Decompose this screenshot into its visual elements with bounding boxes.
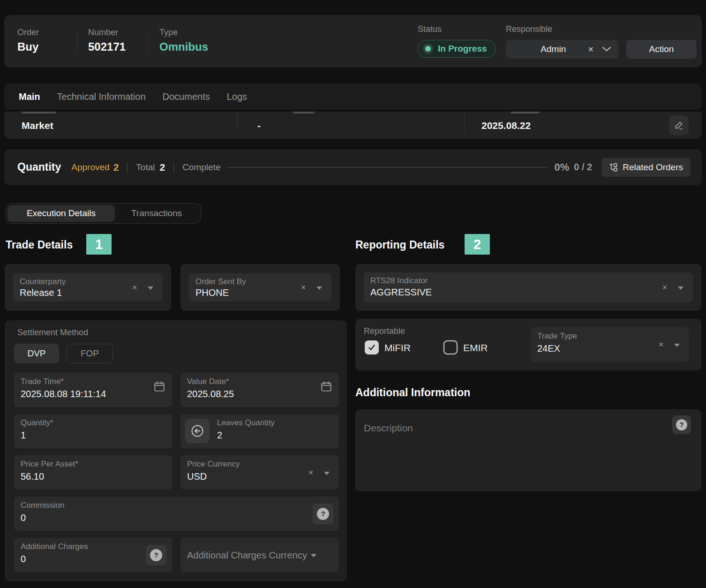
value-date-value: 2025.08.25	[187, 389, 332, 400]
trade-details-title: Trade Details	[6, 239, 73, 251]
order-sent-by-card: Order Sent By PHONE ✕	[180, 264, 340, 311]
rts28-indicator-select[interactable]: RTS28 Indicator AGGRESSIVE ✕	[364, 272, 693, 302]
clear-icon[interactable]: ✕	[300, 284, 306, 291]
commission-help-button[interactable]: ?	[313, 504, 333, 524]
order-side-group: Order Buy	[17, 28, 39, 53]
status-text: In Progress	[438, 44, 487, 54]
price-per-asset-label: Price Per Asset*	[21, 460, 165, 469]
action-button[interactable]: Action	[626, 40, 697, 59]
settlement-dvp-button[interactable]: DVP	[14, 344, 59, 363]
execution-details-panel: Settlement Method DVP FOP Trade Time* 20…	[5, 320, 347, 581]
quantity-title: Quantity	[17, 161, 61, 173]
arrow-left-circle-icon	[190, 424, 204, 438]
additional-charges-value: 0	[21, 554, 165, 565]
approved-value: 2	[113, 162, 119, 173]
column-divider	[464, 112, 465, 131]
price-per-asset-field[interactable]: Price Per Asset* 56.10	[14, 455, 172, 490]
edit-button[interactable]	[669, 115, 689, 135]
tab-logs[interactable]: Logs	[227, 91, 247, 102]
question-mark-icon: ?	[676, 419, 687, 430]
related-orders-button[interactable]: Related Orders	[601, 158, 691, 177]
complete-label: Complete	[182, 162, 220, 173]
summary-date-value: 2025.08.22	[481, 120, 531, 131]
chevron-down-icon[interactable]	[602, 47, 611, 52]
additional-charges-currency-select[interactable]: Additional Charges Currency	[180, 538, 339, 572]
order-type-label: Type	[159, 28, 208, 38]
order-kind-value: Market	[22, 120, 53, 131]
description-help-button[interactable]: ?	[672, 415, 691, 434]
description-textarea[interactable]: Description ?	[355, 409, 701, 491]
order-detail-screen: Order Buy Number 502171 Type Omnibus Sta…	[0, 0, 706, 588]
progress-ratio: 0 / 2	[574, 162, 592, 173]
progress-bar	[227, 167, 548, 168]
quantity-field[interactable]: Quantity* 1	[14, 414, 172, 448]
value-date-field[interactable]: Value Date* 2025.08.25	[180, 373, 339, 407]
clear-icon[interactable]: ✕	[588, 45, 594, 54]
progress-percent: 0%	[554, 161, 569, 173]
leaves-quantity-field: Leaves Quantity 2	[180, 414, 339, 448]
trade-time-field[interactable]: Trade Time* 2025.08.08 19:11:14	[14, 373, 172, 407]
clipped-label	[22, 112, 56, 113]
related-orders-label: Related Orders	[623, 162, 683, 173]
caret-down-icon[interactable]	[678, 286, 683, 290]
additional-charges-field[interactable]: Additional Charges 0 ?	[14, 538, 172, 572]
tab-technical-information[interactable]: Technical Information	[57, 91, 146, 102]
counterparty-select[interactable]: Counterparty Release 1 ✕	[13, 273, 163, 302]
price-currency-select[interactable]: Price Currency USD ✕	[180, 455, 339, 490]
trade-type-select[interactable]: Trade Type 24EX ✕	[531, 327, 689, 362]
order-type-group: Type Omnibus	[159, 28, 208, 53]
trade-time-label: Trade Time*	[21, 377, 165, 386]
calendar-icon[interactable]	[320, 380, 332, 392]
mifir-checkbox[interactable]	[365, 340, 379, 354]
header-divider	[77, 32, 77, 53]
quantity-summary-bar: Quantity Approved 2 Total 2 Complete 0% …	[4, 149, 702, 185]
description-placeholder: Description	[364, 422, 413, 434]
commission-field[interactable]: Commission 0 ?	[14, 497, 339, 531]
caret-down-icon[interactable]	[148, 286, 153, 290]
clear-icon[interactable]: ✕	[132, 284, 137, 291]
tab-documents[interactable]: Documents	[163, 91, 210, 102]
responsible-select[interactable]: Admin ✕	[506, 40, 618, 59]
summary-dash-value: -	[257, 120, 261, 131]
order-number-value: 502171	[88, 40, 126, 53]
caret-down-icon[interactable]	[311, 554, 316, 557]
view-toggle: Execution Details Transactions	[6, 203, 201, 224]
divider	[127, 162, 128, 173]
settlement-fop-button[interactable]: FOP	[67, 344, 113, 363]
order-header-card: Order Buy Number 502171 Type Omnibus Sta…	[4, 15, 702, 68]
order-type-value: Omnibus	[159, 40, 208, 53]
clear-icon[interactable]: ✕	[658, 341, 664, 348]
trade-type-label: Trade Type	[537, 332, 683, 341]
trade-details-step-badge: 1	[86, 234, 112, 255]
caret-down-icon[interactable]	[316, 286, 322, 290]
reporting-details-title: Reporting Details	[355, 239, 444, 251]
status-label: Status	[418, 24, 442, 34]
related-orders-icon	[609, 163, 618, 172]
transfer-quantity-button[interactable]	[185, 419, 210, 443]
rts28-card: RTS28 Indicator AGGRESSIVE ✕	[355, 264, 701, 311]
rts28-indicator-value: AGGRESSIVE	[370, 287, 686, 298]
tab-bar: Main Technical Information Documents Log…	[4, 83, 702, 110]
mifir-label: MiFIR	[384, 342, 411, 354]
additional-charges-help-button[interactable]: ?	[146, 545, 166, 565]
toggle-transactions[interactable]: Transactions	[115, 205, 198, 222]
trade-time-value: 2025.08.08 19:11:14	[21, 389, 165, 400]
emir-checkbox[interactable]	[443, 340, 458, 354]
check-icon	[368, 343, 376, 352]
divider	[173, 162, 174, 173]
toggle-execution-details[interactable]: Execution Details	[8, 205, 115, 222]
reportable-card: Reportable MiFIR EMIR Trade Type 24EX ✕	[355, 319, 701, 370]
caret-down-icon[interactable]	[324, 472, 330, 475]
clipped-label	[293, 112, 315, 113]
calendar-icon[interactable]	[153, 380, 165, 392]
leaves-quantity-value: 2	[217, 430, 332, 441]
clear-icon[interactable]: ✕	[308, 469, 314, 476]
responsible-label: Responsible	[506, 24, 552, 34]
order-summary-row: Market - 2025.08.22	[4, 112, 702, 139]
order-sent-by-select[interactable]: Order Sent By PHONE ✕	[189, 273, 331, 302]
clear-icon[interactable]: ✕	[662, 284, 668, 291]
commission-value: 0	[21, 513, 332, 523]
tab-main[interactable]: Main	[19, 91, 40, 102]
value-date-label: Value Date*	[187, 377, 332, 386]
caret-down-icon[interactable]	[674, 344, 680, 347]
